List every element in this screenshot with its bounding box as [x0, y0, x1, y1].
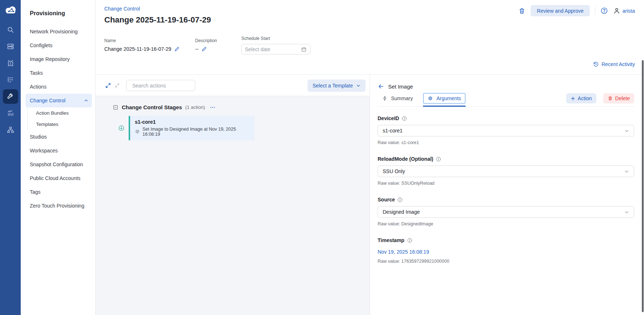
page-header: Change Control Change 2025-11-19-16-07-2…	[96, 0, 644, 75]
sidebar-item-public-cloud-accounts[interactable]: Public Cloud Accounts	[25, 171, 92, 185]
events-icon[interactable]	[3, 56, 18, 70]
chevron-down-icon	[356, 83, 361, 88]
topology-icon[interactable]	[3, 123, 18, 137]
review-and-approve-button[interactable]: Review and Approve	[531, 5, 589, 16]
stages-action-count: (1 action)	[185, 105, 205, 110]
search-actions-box[interactable]	[126, 80, 195, 91]
reloadmode-select[interactable]: SSU Only	[378, 165, 634, 177]
delete-action-button[interactable]: Delete	[603, 93, 634, 103]
info-icon[interactable]	[397, 197, 403, 202]
schedule-start-label: Schedule Start	[241, 36, 310, 41]
sidebar-item-studios[interactable]: Studios	[25, 130, 92, 144]
sidebar-item-workspaces[interactable]: Workspaces	[25, 144, 92, 158]
sidebar-item-templates[interactable]: Templates	[28, 119, 92, 130]
back-arrow-icon[interactable]	[378, 83, 384, 90]
actions-toolbar: Select a Template	[96, 75, 370, 96]
info-icon[interactable]	[436, 156, 441, 162]
field-source: Source Designed Image Raw value: Designe…	[378, 197, 634, 226]
sidebar-item-action-bundles[interactable]: Action Bundles	[28, 107, 92, 119]
source-select[interactable]: Designed Image	[378, 206, 634, 218]
lightning-icon	[382, 95, 388, 101]
actions-panel: Select a Template Change Control Stages …	[96, 75, 370, 315]
sidebar-item-zero-touch-provisioning[interactable]: Zero Touch Provisioning	[25, 199, 92, 213]
chevron-down-icon	[624, 128, 629, 133]
deviceid-raw-value: Raw value: s1-core1	[378, 140, 634, 145]
chevron-down-icon	[624, 169, 629, 174]
sidebar-item-change-control[interactable]: Change Control	[25, 94, 92, 107]
provisioning-wrench-icon[interactable]	[3, 89, 18, 104]
app-rail	[0, 0, 21, 315]
schedule-start-field: Schedule Start	[241, 36, 310, 54]
field-deviceid: DeviceID s1-core1 Raw value: s1-core1	[378, 115, 634, 145]
header-actions: Review and Approve arista	[518, 5, 635, 16]
plus-icon	[571, 96, 575, 101]
select-template-button[interactable]: Select a Template	[307, 79, 366, 92]
sidebar-item-image-repository[interactable]: Image Repository	[25, 52, 92, 66]
add-action-button[interactable]: Action	[566, 93, 596, 103]
breadcrumb-change-control[interactable]: Change Control	[104, 6, 140, 12]
edit-description-icon[interactable]	[201, 46, 207, 52]
sidebar-item-snapshot-configuration[interactable]: Snapshot Configuration	[25, 158, 92, 171]
stages-title: Change Control Stages	[122, 104, 182, 110]
chevron-up-icon	[84, 98, 88, 103]
user-menu[interactable]: arista	[613, 7, 635, 15]
name-label: Name	[104, 38, 180, 43]
dashboards-icon[interactable]	[3, 106, 18, 120]
main-content: Change Control Change 2025-11-19-16-07-2…	[96, 0, 644, 315]
stages-more-icon[interactable]	[210, 105, 216, 110]
devices-icon[interactable]	[3, 39, 18, 54]
edit-name-icon[interactable]	[174, 46, 180, 52]
stage-status-icon	[118, 125, 125, 131]
deviceid-label: DeviceID	[378, 115, 399, 121]
source-label: Source	[378, 197, 395, 202]
sidebar-item-network-provisioning[interactable]: Network Provisioning	[25, 25, 92, 38]
field-timestamp: Timestamp Nov 19, 2025 16:08:19 Raw valu…	[378, 237, 634, 264]
schedule-date-picker[interactable]	[241, 44, 310, 54]
delete-change-icon[interactable]	[518, 7, 526, 15]
history-icon	[593, 61, 599, 67]
sidebar: Provisioning Network Provisioning Config…	[21, 0, 96, 315]
timestamp-raw-value: Raw value: 1763597299921000000	[378, 259, 634, 264]
tab-arguments[interactable]: Arguments	[423, 93, 466, 104]
sidebar-item-configlets[interactable]: Configlets	[25, 38, 92, 52]
action-detail-panel: Set Image Summary Arguments Action Delet…	[370, 75, 644, 315]
description-field: Description --	[195, 38, 217, 52]
deviceid-select[interactable]: s1-core1	[378, 125, 634, 136]
sidebar-item-actions[interactable]: Actions	[25, 80, 92, 94]
reloadmode-label: ReloadMode (Optional)	[378, 156, 433, 162]
search-icon[interactable]	[3, 22, 18, 37]
recent-activity-link[interactable]: Recent Activity	[593, 61, 635, 67]
collapse-all-icon[interactable]	[114, 82, 120, 89]
vertical-scrollbar[interactable]	[642, 60, 644, 312]
timestamp-link[interactable]: Nov 19, 2025 16:08:19	[378, 249, 429, 255]
arguments-form: DeviceID s1-core1 Raw value: s1-core1 Re…	[378, 115, 634, 264]
info-icon[interactable]	[407, 238, 412, 243]
stage-row: s1-core1 Set Image to Designed Image at …	[118, 116, 370, 140]
field-reloadmode: ReloadMode (Optional) SSU Only Raw value…	[378, 156, 634, 186]
sidebar-title: Provisioning	[25, 10, 92, 17]
tab-summary[interactable]: Summary	[378, 93, 417, 104]
cloudvision-logo-icon[interactable]	[4, 5, 17, 15]
stage-card-s1-core1[interactable]: s1-core1 Set Image to Designed Image at …	[129, 116, 254, 140]
tabs-row: Summary Arguments Action Delete	[378, 93, 634, 107]
collapse-stage-icon[interactable]	[113, 105, 118, 110]
name-value: Change 2025-11-19-16-07-29	[104, 46, 171, 52]
username: arista	[623, 8, 635, 14]
description-value: --	[195, 46, 198, 52]
stage-card-title: s1-core1	[135, 119, 250, 125]
timestamp-label: Timestamp	[378, 237, 404, 243]
sidebar-item-tasks[interactable]: Tasks	[25, 66, 92, 80]
info-icon[interactable]	[402, 116, 407, 121]
expand-all-icon[interactable]	[105, 82, 111, 89]
tasks-icon[interactable]	[3, 73, 18, 87]
search-actions-input[interactable]	[132, 83, 198, 89]
source-raw-value: Raw value: DesignedImage	[378, 221, 634, 226]
name-field: Name Change 2025-11-19-16-07-29	[104, 38, 180, 52]
user-icon	[613, 7, 620, 15]
reloadmode-raw-value: Raw value: SSUOnlyReload	[378, 181, 634, 186]
schedule-date-input[interactable]	[245, 46, 292, 52]
calendar-icon	[301, 46, 307, 52]
help-icon[interactable]	[600, 7, 608, 15]
sidebar-item-tags[interactable]: Tags	[25, 185, 92, 199]
stage-card-subtitle: Set Image to Designed Image at Nov 19, 2…	[142, 127, 250, 137]
